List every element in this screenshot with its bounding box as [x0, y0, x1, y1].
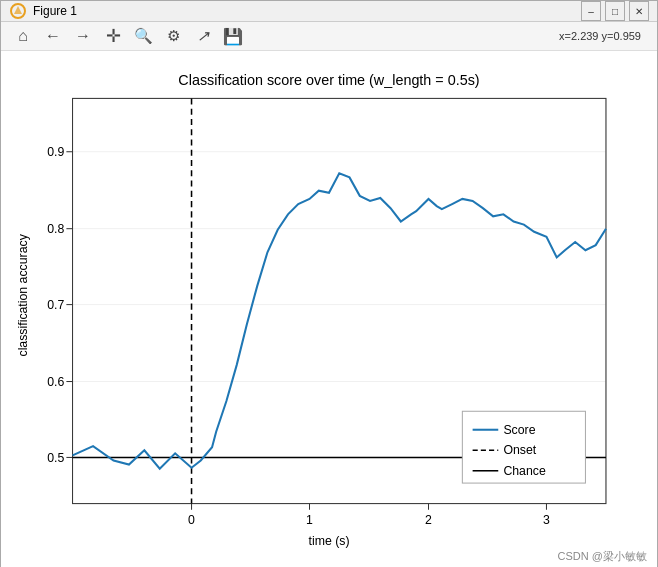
forward-button[interactable]: → [69, 22, 97, 50]
svg-marker-1 [14, 6, 22, 14]
window-controls: – □ ✕ [581, 1, 649, 21]
xlabel-0: 0 [188, 513, 195, 527]
ylabel-07: 0.7 [47, 298, 64, 312]
ylabel-06: 0.6 [47, 375, 64, 389]
main-window: Figure 1 – □ ✕ ⌂ ← → ✛ 🔍 ⚙ ↗ 💾 x=2.239 y… [0, 0, 658, 567]
watermark: CSDN @梁小敏敏 [558, 549, 647, 564]
configure-button[interactable]: ⚙ [159, 22, 187, 50]
legend-chance-label: Chance [503, 464, 546, 478]
xlabel-3: 3 [543, 513, 550, 527]
save-button[interactable]: 💾 [219, 22, 247, 50]
coords-display: x=2.239 y=0.959 [559, 30, 649, 42]
title-bar: Figure 1 – □ ✕ [1, 1, 657, 22]
plot-area: Classification score over time (w_length… [1, 51, 657, 567]
toolbar-buttons: ⌂ ← → ✛ 🔍 ⚙ ↗ 💾 [9, 22, 247, 50]
plot-container: Classification score over time (w_length… [11, 61, 647, 567]
xlabel-1: 1 [306, 513, 313, 527]
pan-button[interactable]: ✛ [99, 22, 127, 50]
ylabel-09: 0.9 [47, 145, 64, 159]
x-axis-label: time (s) [309, 534, 350, 548]
home-button[interactable]: ⌂ [9, 22, 37, 50]
back-button[interactable]: ← [39, 22, 67, 50]
xlabel-2: 2 [425, 513, 432, 527]
ylabel-05: 0.5 [47, 451, 64, 465]
toolbar: ⌂ ← → ✛ 🔍 ⚙ ↗ 💾 x=2.239 y=0.959 [1, 22, 657, 51]
maximize-button[interactable]: □ [605, 1, 625, 21]
app-icon [9, 2, 27, 20]
edit-button[interactable]: ↗ [189, 22, 217, 50]
legend-score-label: Score [503, 423, 535, 437]
legend-onset-label: Onset [503, 443, 536, 457]
close-button[interactable]: ✕ [629, 1, 649, 21]
title-bar-left: Figure 1 [9, 2, 77, 20]
ylabel-08: 0.8 [47, 222, 64, 236]
window-title: Figure 1 [33, 4, 77, 18]
minimize-button[interactable]: – [581, 1, 601, 21]
zoom-button[interactable]: 🔍 [129, 22, 157, 50]
y-axis-label: classification accuracy [16, 233, 30, 356]
chart-svg: Classification score over time (w_length… [11, 61, 647, 567]
chart-title: Classification score over time (w_length… [178, 72, 479, 88]
